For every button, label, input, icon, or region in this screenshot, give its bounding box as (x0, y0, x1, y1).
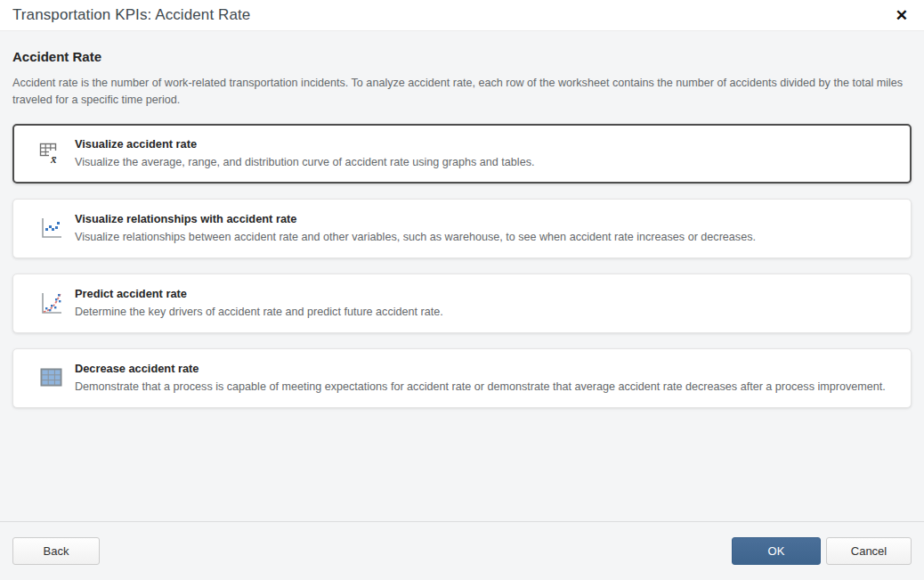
option-title: Decrease accident rate (75, 362, 895, 375)
dialog-titlebar: Transportation KPIs: Accident Rate ✕ (0, 0, 924, 30)
intro-description: Accident rate is the number of work-rela… (12, 75, 912, 109)
svg-text:x̄: x̄ (50, 152, 57, 166)
table-mean-icon: x̄ (37, 140, 64, 167)
option-description: Visualize the average, range, and distri… (75, 154, 894, 170)
dialog-body: Accident Rate Accident rate is the numbe… (0, 30, 924, 521)
trend-curve-icon (37, 290, 64, 316)
option-description: Demonstrate that a process is capable of… (75, 379, 895, 395)
transportation-kpis-dialog: Transportation KPIs: Accident Rate ✕ Acc… (0, 0, 924, 580)
page-title: Accident Rate (12, 49, 912, 64)
option-title: Visualize accident rate (75, 137, 894, 151)
footer-right-buttons: OK Cancel (732, 537, 912, 565)
option-card-decrease-accident-rate[interactable]: Decrease accident rate Demonstrate that … (12, 348, 912, 408)
option-card-visualize-accident-rate[interactable]: x̄ Visualize accident rate Visualize the… (12, 124, 912, 184)
back-button[interactable]: Back (12, 537, 100, 565)
capability-table-icon (37, 364, 64, 391)
option-title: Predict accident rate (75, 287, 895, 300)
option-description: Determine the key drivers of accident ra… (75, 304, 895, 320)
option-card-predict-accident-rate[interactable]: Predict accident rate Determine the key … (12, 274, 912, 333)
option-card-visualize-relationships[interactable]: Visualize relationships with accident ra… (12, 199, 912, 258)
ok-button[interactable]: OK (732, 537, 821, 565)
scatter-plot-icon (37, 215, 64, 241)
option-description: Visualize relationships between accident… (75, 229, 895, 245)
close-icon[interactable]: ✕ (894, 6, 910, 25)
dialog-footer: Back OK Cancel (0, 521, 924, 580)
option-title: Visualize relationships with accident ra… (75, 212, 895, 225)
cancel-button[interactable]: Cancel (826, 537, 912, 565)
dialog-title: Transportation KPIs: Accident Rate (12, 6, 250, 24)
